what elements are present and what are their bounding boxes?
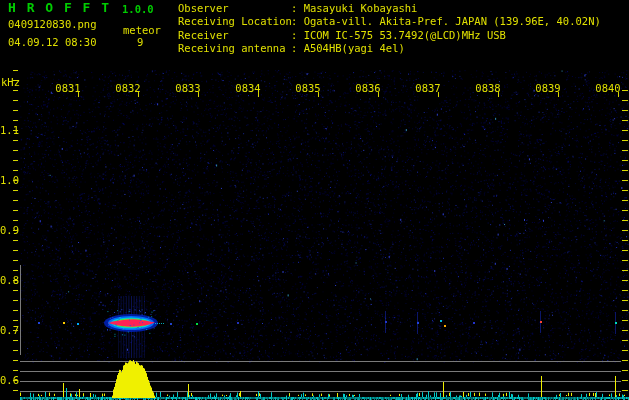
time-label-0836: 0836 (355, 82, 380, 94)
time-label-0839: 0839 (535, 82, 560, 94)
freq-label-0.7: 0.7 (0, 324, 19, 336)
info-value: Ogata-vill. Akita-Pref. JAPAN (139.96E, … (304, 15, 601, 27)
freq-label-1.0: 1.0 (0, 174, 19, 186)
time-label-0832: 0832 (115, 82, 140, 94)
info-row-receiver: Receiver: ICOM IC-575 53.7492(@LCD)MHz U… (178, 29, 601, 42)
freq-label-0.8: 0.8 (0, 274, 19, 286)
freq-label-1.1: 1.1 (0, 124, 19, 136)
freq-label-0.9: 0.9 (0, 224, 19, 236)
time-label-0840: 0840 (595, 82, 620, 94)
info-separator: : (291, 29, 304, 41)
mode-label: meteor (123, 25, 161, 36)
time-label-0835: 0835 (295, 82, 320, 94)
app-version: 1.0.0 (122, 4, 154, 15)
meteor-count: 9 (137, 37, 143, 48)
info-label: Receiving Location (178, 15, 291, 28)
time-label-0831: 0831 (55, 82, 80, 94)
station-info: Observer: Masayuki Kobayashi Receiving L… (178, 2, 601, 56)
info-separator: : (291, 42, 304, 54)
info-row-observer: Observer: Masayuki Kobayashi (178, 2, 601, 15)
info-separator: : (291, 15, 304, 27)
app-title: H R O F F T (8, 2, 111, 13)
info-value: A504HB(yagi 4el) (304, 42, 405, 54)
info-separator: : (291, 2, 304, 14)
time-label-0834: 0834 (235, 82, 260, 94)
filename: 0409120830.png (8, 19, 97, 30)
info-row-location: Receiving Location: Ogata-vill. Akita-Pr… (178, 15, 601, 28)
time-label-0833: 0833 (175, 82, 200, 94)
info-label: Observer (178, 2, 291, 15)
info-label: Receiving antenna (178, 42, 291, 55)
info-value: ICOM IC-575 53.7492(@LCD)MHz USB (304, 29, 506, 41)
info-label: Receiver (178, 29, 291, 42)
freq-label-0.6: 0.6 (0, 374, 19, 386)
spectrogram-canvas (0, 0, 629, 400)
time-label-0837: 0837 (415, 82, 440, 94)
frequency-unit-label: kHz (1, 77, 20, 88)
info-value: Masayuki Kobayashi (304, 2, 418, 14)
datetime: 04.09.12 08:30 (8, 37, 97, 48)
hrofft-screen: H R O F F T 1.0.0 0409120830.png meteor … (0, 0, 629, 400)
time-label-0838: 0838 (475, 82, 500, 94)
info-row-antenna: Receiving antenna: A504HB(yagi 4el) (178, 42, 601, 55)
